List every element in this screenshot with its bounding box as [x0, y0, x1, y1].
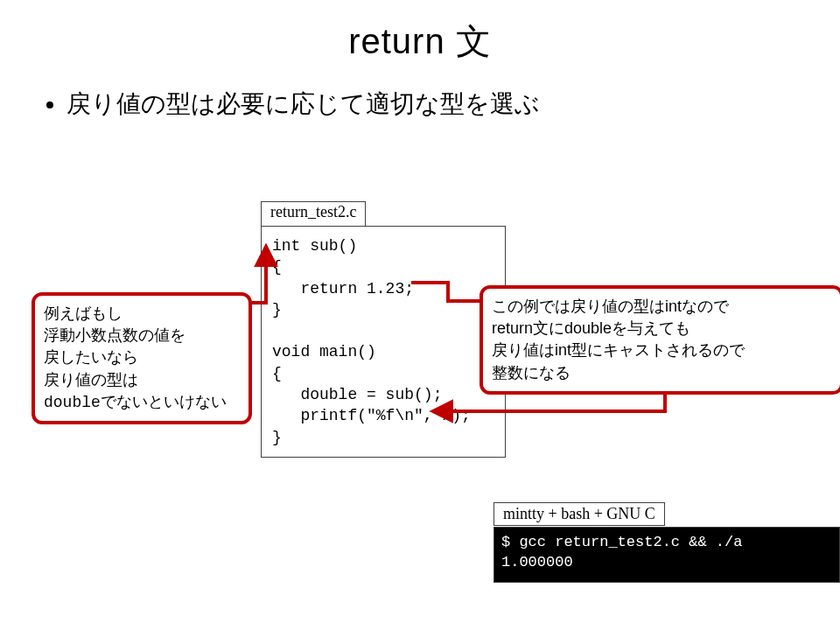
callout-right-line: 整数になる — [492, 364, 570, 382]
callout-left: 例えばもし 浮動小数点数の値を 戻したいなら 戻り値の型は doubleでないと… — [32, 292, 252, 424]
callout-left-line: 戻したいなら — [44, 348, 138, 366]
bullet-list: 戻り値の型は必要に応じて適切な型を選ぶ — [42, 87, 808, 122]
code-content: int sub() { return 1.23; } void main() {… — [262, 227, 505, 457]
terminal-label: mintty + bash + GNU C — [494, 502, 665, 526]
callout-left-line: 例えばもし — [44, 304, 122, 322]
callout-right: この例では戻り値の型はintなので return文にdoubleを与えても 戻り… — [480, 285, 840, 395]
callout-right-line: この例では戻り値の型はintなので — [492, 298, 729, 315]
code-file-box: return_test2.c int sub() { return 1.23; … — [261, 226, 506, 458]
terminal-box: $ gcc return_test2.c && ./a 1.000000 — [494, 527, 840, 583]
callout-right-line: 戻り値はint型にキャストされるので — [492, 341, 745, 359]
callout-right-line: return文にdoubleを与えても — [492, 319, 690, 337]
callout-left-line: 浮動小数点数の値を — [44, 326, 186, 344]
bullet-item: 戻り値の型は必要に応じて適切な型を選ぶ — [66, 87, 784, 122]
callout-left-line: 戻り値の型は — [44, 371, 138, 388]
code-file-tab: return_test2.c — [261, 201, 366, 226]
callout-left-line: doubleでないといけない — [44, 394, 227, 411]
terminal-output: $ gcc return_test2.c && ./a 1.000000 — [501, 533, 832, 573]
slide-title: return 文 — [32, 18, 808, 66]
